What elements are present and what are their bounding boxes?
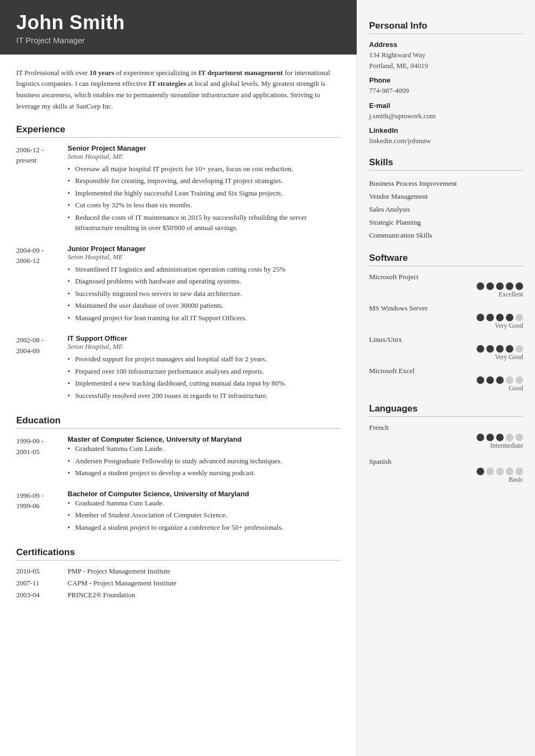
dot <box>477 434 484 441</box>
dot-label-2: Very Good <box>369 322 523 330</box>
list-item: Graduated Summa Cum Laude. <box>68 443 340 454</box>
skill-item-5: Communication Skills <box>369 229 523 242</box>
edu-date-2: 1996-09 - 1999-06 <box>16 490 68 535</box>
entry-title-3: IT Support Officer <box>68 334 340 342</box>
experience-section: Experience 2006-12 - present Senior Proj… <box>16 124 340 403</box>
cert-date-3: 2003-04 <box>16 591 68 599</box>
dot <box>496 282 504 290</box>
skills-heading: Skills <box>369 157 523 171</box>
dot <box>477 468 484 475</box>
dot-label-3: Very Good <box>369 353 523 361</box>
skill-item-1: Business Process Improvement <box>369 177 523 190</box>
edu-bullets-2: Graduated Summa Cum Laude. Member of Stu… <box>68 498 340 533</box>
dots-row-4 <box>369 376 523 384</box>
dot <box>516 434 523 441</box>
linkedin-value: linkedin.com/johnutw <box>369 136 523 146</box>
cert-entry-1: 2010-05 PMP - Project Management Institu… <box>16 567 340 576</box>
dot <box>506 434 513 441</box>
experience-heading: Experience <box>16 124 340 138</box>
dot <box>506 376 513 384</box>
phone-value: 774-987-4009 <box>369 85 523 96</box>
list-item: Managed project for lean training for al… <box>68 313 340 323</box>
experience-entry-3: 2002-08 - 2004-09 IT Support Officer Set… <box>16 334 340 402</box>
experience-entry-1: 2006-12 - present Senior Project Manager… <box>16 144 340 235</box>
list-item: Managed a student project to organize a … <box>68 522 340 533</box>
email-value: j.smith@uptowork.com <box>369 111 523 122</box>
software-name-2: MS Windows Server <box>369 304 523 313</box>
entry-bullets-2: Streamlined IT logistics and administrat… <box>68 264 340 323</box>
cert-entry-3: 2003-04 PRINCE2® Foundation <box>16 591 340 599</box>
lang-name-2: Spanish <box>369 457 523 466</box>
education-section: Education 1999-09 - 2001-05 Master of Co… <box>16 415 340 534</box>
summary-section: IT Professional with over 10 years of ex… <box>16 65 340 112</box>
list-item: Diagnosed problems with hardware and ope… <box>68 276 340 287</box>
dot <box>486 434 494 441</box>
software-item-1: Microsoft Project Excellent <box>369 273 523 299</box>
dot <box>496 434 504 441</box>
entry-title-1: Senior Project Manager <box>68 144 340 152</box>
dot <box>496 376 504 384</box>
list-item: Successfully migrated two servers to new… <box>68 288 340 299</box>
address-label: Address <box>369 40 523 49</box>
software-section: Software Microsoft Project Excellent MS … <box>369 253 523 393</box>
list-item: Implemented the highly successful Lean T… <box>68 188 340 199</box>
cert-text-2: CAPM - Project Management Institute <box>68 579 176 588</box>
list-item: Oversaw all major hospital IT projects f… <box>68 164 340 174</box>
cert-date-1: 2010-05 <box>16 567 68 576</box>
entry-org-2: Seton Hospital, ME <box>68 253 340 261</box>
skills-section: Skills Business Process Improvement Vend… <box>369 157 523 242</box>
dot-label-1: Excellent <box>369 291 523 299</box>
experience-entry-2: 2004-09 - 2006-12 Junior Project Manager… <box>16 245 340 325</box>
skill-item-2: Vendor Management <box>369 190 523 203</box>
software-heading: Software <box>369 253 523 266</box>
entry-bullets-3: Provided support for project managers an… <box>68 354 340 401</box>
entry-org-3: Seton Hospital, ME <box>68 342 340 351</box>
edu-title-2: Bachelor of Computer Science, University… <box>68 490 340 498</box>
software-name-3: Linux/Unix <box>369 335 523 344</box>
dot <box>516 314 523 321</box>
software-item-4: Microsoft Excel Good <box>369 367 523 393</box>
candidate-name: John Smith <box>16 12 340 33</box>
lang-dots-1 <box>369 434 523 441</box>
list-item: Streamlined IT logistics and administrat… <box>68 264 340 275</box>
dot <box>506 345 513 353</box>
cert-entry-2: 2007-11 CAPM - Project Management Instit… <box>16 579 340 588</box>
right-column: Personal Info Address 134 Rightward WayP… <box>357 0 535 756</box>
dot <box>486 376 494 384</box>
dot <box>477 314 484 321</box>
list-item: Member of Student Association of Compute… <box>68 510 340 521</box>
header: John Smith IT Project Manager <box>0 0 357 55</box>
cert-text-1: PMP - Project Management Institute <box>68 567 170 576</box>
resume-page: John Smith IT Project Manager IT Profess… <box>0 0 535 756</box>
entry-date-1: 2006-12 - present <box>16 144 68 235</box>
dots-row-2 <box>369 314 523 321</box>
dot <box>477 345 484 353</box>
dot <box>496 468 504 475</box>
entry-bullets-1: Oversaw all major hospital IT projects f… <box>68 164 340 233</box>
personal-info-section: Personal Info Address 134 Rightward WayP… <box>369 21 523 146</box>
dot <box>486 345 494 353</box>
email-label: E-mail <box>369 102 523 110</box>
list-item: Reduced the costs of IT maintenance in 2… <box>68 212 340 233</box>
personal-info-heading: Personal Info <box>369 21 523 34</box>
software-item-2: MS Windows Server Very Good <box>369 304 523 330</box>
edu-title-1: Master of Computer Science, University o… <box>68 435 340 443</box>
linkedin-label: LinkedIn <box>369 126 523 134</box>
list-item: Responsible for creating, improving, and… <box>68 176 340 186</box>
list-item: Andersen Postgraduate Fellowship to stud… <box>68 456 340 467</box>
entry-org-1: Seton Hospital, ME <box>68 152 340 161</box>
candidate-title: IT Project Manager <box>16 36 340 45</box>
edu-date-1: 1999-09 - 2001-05 <box>16 435 68 480</box>
dot <box>506 314 513 321</box>
dot <box>516 282 523 290</box>
address-value: 134 Rightward WayPortland, ME, 04019 <box>369 50 523 71</box>
language-item-2: Spanish Basic <box>369 457 523 484</box>
list-item: Managed a student project to develop a w… <box>68 468 340 478</box>
list-item: Prepared over 100 infrastructure perform… <box>68 366 340 377</box>
dot <box>496 345 504 353</box>
certifications-heading: Certifications <box>16 547 340 561</box>
lang-name-1: French <box>369 423 523 432</box>
lang-dots-2 <box>369 468 523 475</box>
certifications-section: Certifications 2010-05 PMP - Project Man… <box>16 547 340 599</box>
list-item: Maintained the user database of over 300… <box>68 300 340 311</box>
